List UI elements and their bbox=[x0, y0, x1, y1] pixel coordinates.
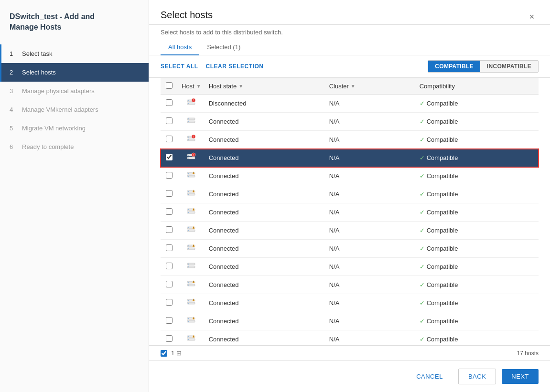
tabs-row: All hosts Selected (1) bbox=[149, 36, 550, 55]
back-button[interactable]: BACK bbox=[458, 369, 496, 384]
step-number-1: 1 bbox=[10, 50, 17, 57]
table-row: ! ConnectedN/A✓Compatible bbox=[161, 131, 539, 149]
host-icon-cell: ! bbox=[178, 149, 205, 167]
sidebar-item-manage-vmkernel[interactable]: 4 Manage VMkernel adapters bbox=[0, 100, 149, 119]
step-number-3: 3 bbox=[10, 87, 17, 95]
cluster-cell: N/A bbox=[325, 203, 416, 222]
row-checkbox-cell bbox=[161, 185, 178, 203]
row-checkbox-0[interactable] bbox=[166, 99, 173, 106]
step-label-4: Manage VMkernel adapters bbox=[22, 106, 98, 113]
sidebar: DSwitch_test - Add and Manage Hosts 1 Se… bbox=[0, 0, 149, 392]
dialog-title: Select hosts bbox=[161, 10, 213, 24]
step-number-4: 4 bbox=[10, 106, 17, 113]
step-label-5: Migrate VM networking bbox=[22, 125, 86, 132]
sidebar-item-manage-physical[interactable]: 3 Manage physical adapters bbox=[0, 82, 149, 100]
th-cluster: Cluster ▼ bbox=[325, 78, 416, 95]
select-all-checkbox[interactable] bbox=[166, 82, 173, 89]
row-checkbox-6[interactable] bbox=[166, 208, 173, 215]
host-icon-cell: ! bbox=[178, 312, 205, 330]
compatibility-cell: ✓Compatible bbox=[416, 113, 539, 131]
svg-rect-25 bbox=[188, 176, 189, 177]
compatibility-cell: ✓Compatible bbox=[416, 185, 539, 203]
step-number-5: 5 bbox=[10, 125, 17, 132]
row-checkbox-4[interactable] bbox=[166, 172, 173, 179]
row-checkbox-1[interactable] bbox=[166, 117, 173, 124]
row-checkbox-cell bbox=[161, 294, 178, 312]
row-checkbox-3[interactable] bbox=[166, 154, 173, 160]
sidebar-item-select-hosts[interactable]: 2 Select hosts bbox=[0, 63, 149, 82]
table-row: ! ConnectedN/A✓Compatible bbox=[161, 203, 539, 222]
host-state-cell: Connected bbox=[205, 131, 325, 149]
host-state-cell: Connected bbox=[205, 276, 325, 294]
host-icon-cell: ! bbox=[178, 294, 205, 312]
row-checkbox-cell bbox=[161, 312, 178, 330]
host-state-cell: Connected bbox=[205, 312, 325, 330]
table-row: ! ConnectedN/A✓Compatible bbox=[161, 240, 539, 258]
toolbar-left: SELECT ALL CLEAR SELECTION bbox=[161, 63, 263, 70]
compatibility-cell: ✓Compatible bbox=[416, 95, 539, 113]
compatible-button[interactable]: COMPATIBLE bbox=[428, 61, 480, 72]
host-state-cell: Connected bbox=[205, 149, 325, 167]
table-header-row: Host ▼ Host state ▼ Clus bbox=[161, 78, 539, 95]
row-checkbox-11[interactable] bbox=[166, 299, 173, 306]
close-button[interactable]: × bbox=[525, 11, 539, 24]
row-checkbox-12[interactable] bbox=[166, 317, 173, 324]
tab-all-hosts[interactable]: All hosts bbox=[161, 40, 199, 55]
row-checkbox-cell bbox=[161, 240, 178, 258]
svg-rect-31 bbox=[188, 194, 189, 195]
cluster-cell: N/A bbox=[325, 294, 416, 312]
svg-rect-13 bbox=[188, 139, 189, 140]
host-icon-cell: ! bbox=[178, 276, 205, 294]
sidebar-item-select-task[interactable]: 1 Select task bbox=[0, 44, 149, 63]
table-row: ! ConnectedN/A✓Compatible bbox=[161, 222, 539, 240]
svg-rect-63 bbox=[188, 300, 189, 301]
step-label-3: Manage physical adapters bbox=[22, 87, 95, 95]
row-checkbox-cell bbox=[161, 203, 178, 222]
next-button[interactable]: NEXT bbox=[502, 369, 539, 384]
cluster-cell: N/A bbox=[325, 258, 416, 276]
host-filter-icon[interactable]: ▼ bbox=[196, 84, 201, 89]
sidebar-item-ready-to-complete[interactable]: 6 Ready to complete bbox=[0, 138, 149, 156]
clear-selection-button[interactable]: CLEAR SELECTION bbox=[206, 63, 264, 70]
host-state-cell: Connected bbox=[205, 113, 325, 131]
cluster-cell: N/A bbox=[325, 149, 416, 167]
table-container: Host ▼ Host state ▼ Clus bbox=[149, 77, 550, 345]
svg-rect-41 bbox=[188, 227, 189, 228]
cancel-button[interactable]: CANCEL bbox=[407, 369, 453, 384]
table-row: ! ConnectedN/A✓Compatible bbox=[161, 312, 539, 330]
row-checkbox-7[interactable] bbox=[166, 226, 173, 233]
compatibility-toggle: COMPATIBLE INCOMPATIBLE bbox=[428, 60, 539, 73]
tab-selected[interactable]: Selected (1) bbox=[199, 40, 248, 55]
host-state-cell: Connected bbox=[205, 258, 325, 276]
row-checkbox-8[interactable] bbox=[166, 244, 173, 251]
cluster-cell: N/A bbox=[325, 131, 416, 149]
row-checkbox-9[interactable] bbox=[166, 263, 173, 269]
cluster-filter-icon[interactable]: ▼ bbox=[351, 84, 356, 89]
table-footer: 1 ⊞ 17 hosts bbox=[149, 345, 550, 360]
table-row: ! ConnectedN/A✓Compatible bbox=[161, 294, 539, 312]
row-checkbox-5[interactable] bbox=[166, 190, 173, 197]
cluster-cell: N/A bbox=[325, 222, 416, 240]
step-number-2: 2 bbox=[10, 69, 17, 76]
compatibility-cell: ✓Compatible bbox=[416, 222, 539, 240]
cluster-cell: N/A bbox=[325, 167, 416, 185]
footer-checkbox[interactable] bbox=[161, 350, 167, 357]
host-state-cell: Connected bbox=[205, 222, 325, 240]
svg-rect-19 bbox=[188, 158, 189, 159]
select-all-button[interactable]: SELECT ALL bbox=[161, 63, 198, 70]
compatibility-cell: ✓Compatible bbox=[416, 131, 539, 149]
svg-rect-23 bbox=[188, 173, 189, 174]
toolbar-row: SELECT ALL CLEAR SELECTION COMPATIBLE IN… bbox=[149, 55, 550, 77]
compatibility-cell: ✓Compatible bbox=[416, 149, 539, 167]
compatibility-cell: ✓Compatible bbox=[416, 167, 539, 185]
host-state-filter-icon[interactable]: ▼ bbox=[238, 84, 243, 89]
table-body: ! DisconnectedN/A✓Compatible ConnectedN/… bbox=[161, 95, 539, 346]
row-checkbox-13[interactable] bbox=[166, 335, 173, 342]
row-checkbox-2[interactable] bbox=[166, 136, 173, 142]
row-checkbox-10[interactable] bbox=[166, 281, 173, 287]
host-icon-cell: ! bbox=[178, 330, 205, 346]
sidebar-item-migrate-vm[interactable]: 5 Migrate VM networking bbox=[0, 119, 149, 138]
table-row: ! ConnectedN/A✓Compatible bbox=[161, 185, 539, 203]
svg-rect-75 bbox=[188, 336, 189, 337]
incompatible-button[interactable]: INCOMPATIBLE bbox=[480, 61, 538, 72]
